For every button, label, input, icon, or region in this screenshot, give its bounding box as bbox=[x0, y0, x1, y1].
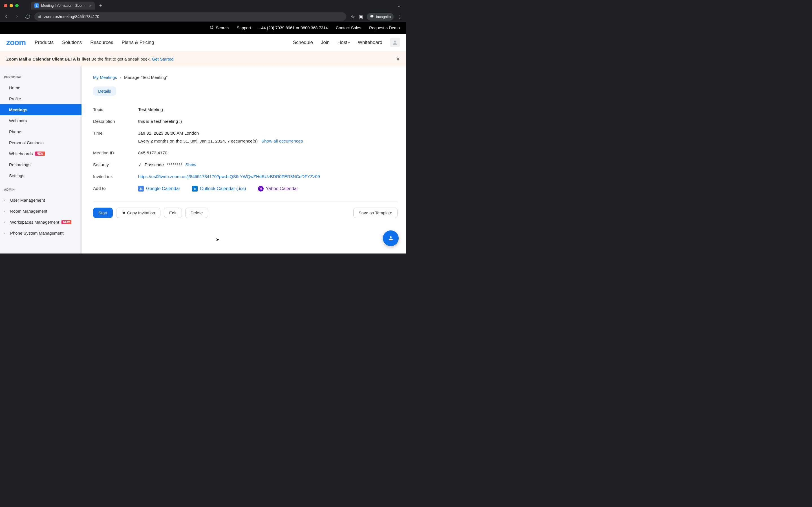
svg-point-3 bbox=[394, 40, 396, 42]
edit-button[interactable]: Edit bbox=[164, 208, 182, 218]
page-content: Search Support +44 (20) 7039 8961 or 080… bbox=[0, 22, 406, 253]
sidebar-heading-admin: ADMIN bbox=[0, 186, 82, 194]
window-maximize-btn[interactable] bbox=[15, 4, 18, 7]
browser-menu-icon[interactable]: ⋮ bbox=[398, 14, 402, 19]
passcode-masked: ******** bbox=[167, 162, 183, 167]
address-bar[interactable]: zoom.us/meeting/84551734170 bbox=[35, 12, 346, 21]
support-link[interactable]: Support bbox=[237, 25, 251, 30]
sidebar-item-personal-contacts[interactable]: Personal Contacts bbox=[0, 137, 82, 148]
window-minimize-btn[interactable] bbox=[10, 4, 13, 7]
window-close-btn[interactable] bbox=[4, 4, 7, 7]
chevron-down-icon: ▾ bbox=[348, 41, 350, 45]
passcode-label: Passcode bbox=[145, 162, 164, 167]
delete-button[interactable]: Delete bbox=[185, 208, 208, 218]
invite-link[interactable]: https://us05web.zoom.us/j/84551734170?pw… bbox=[138, 174, 320, 179]
new-badge: NEW bbox=[35, 152, 45, 156]
svg-point-1 bbox=[372, 16, 373, 17]
chevron-right-icon: › bbox=[4, 231, 8, 235]
nav-resources[interactable]: Resources bbox=[90, 40, 113, 45]
search-label: Search bbox=[216, 25, 229, 30]
save-as-template-button[interactable]: Save as Template bbox=[353, 208, 398, 218]
outlook-calendar-icon: o bbox=[192, 186, 198, 191]
value-topic: Test Meeting bbox=[138, 107, 398, 112]
yahoo-calendar-icon: Y! bbox=[258, 186, 264, 191]
nav-join[interactable]: Join bbox=[321, 40, 329, 45]
svg-point-2 bbox=[210, 26, 213, 29]
bookmark-icon[interactable]: ☆ bbox=[351, 14, 355, 19]
divider bbox=[93, 201, 398, 202]
banner-get-started-link[interactable]: Get Started bbox=[152, 57, 174, 61]
request-demo-link[interactable]: Request a Demo bbox=[369, 25, 400, 30]
value-description: this is a test meeting :) bbox=[138, 119, 398, 124]
sidebar-item-profile[interactable]: Profile bbox=[0, 93, 82, 104]
nav-host[interactable]: Host▾ bbox=[338, 40, 350, 45]
new-badge: NEW bbox=[61, 220, 71, 224]
url-text: zoom.us/meeting/84551734170 bbox=[44, 14, 99, 19]
sidebar: PERSONAL Home Profile Meetings Webinars … bbox=[0, 66, 82, 253]
nav-plans[interactable]: Plans & Pricing bbox=[121, 40, 154, 45]
nav-products[interactable]: Products bbox=[35, 40, 54, 45]
browser-tab[interactable]: Z Meeting Information - Zoom × bbox=[31, 2, 95, 10]
user-avatar[interactable] bbox=[390, 38, 400, 47]
breadcrumb: My Meetings › Manage "Test Meeting" bbox=[93, 75, 398, 80]
chevron-right-icon: › bbox=[120, 75, 121, 80]
google-calendar-icon: 31 bbox=[138, 186, 144, 191]
value-recurrence: Every 2 months on the 31, until Jan 31, … bbox=[138, 138, 258, 144]
banner-text: Be the first to get a sneak peek. bbox=[91, 57, 152, 61]
label-invite-link: Invite Link bbox=[93, 174, 138, 179]
sidebar-item-whiteboards[interactable]: Whiteboards NEW bbox=[0, 148, 82, 159]
show-occurrences-link[interactable]: Show all occurrences bbox=[261, 138, 303, 144]
panel-icon[interactable]: ▣ bbox=[359, 14, 363, 19]
tabs-dropdown-icon[interactable]: ⌄ bbox=[395, 3, 404, 8]
phone-link[interactable]: +44 (20) 7039 8961 or 0800 368 7314 bbox=[259, 25, 328, 30]
label-description: Description bbox=[93, 119, 138, 124]
sidebar-item-home[interactable]: Home bbox=[0, 82, 82, 93]
zoom-logo[interactable]: zoom bbox=[6, 38, 26, 47]
yahoo-calendar-link[interactable]: Y! Yahoo Calendar bbox=[258, 186, 298, 191]
sidebar-item-phone[interactable]: Phone bbox=[0, 126, 82, 137]
back-button[interactable] bbox=[2, 13, 10, 20]
utility-search[interactable]: Search bbox=[209, 25, 229, 31]
sidebar-item-meetings[interactable]: Meetings bbox=[0, 104, 82, 115]
sidebar-item-user-mgmt[interactable]: ›User Management bbox=[0, 194, 82, 206]
banner-close-icon[interactable]: × bbox=[396, 55, 400, 62]
new-tab-button[interactable]: + bbox=[97, 3, 105, 9]
tab-close-icon[interactable]: × bbox=[89, 3, 91, 8]
google-calendar-link[interactable]: 31 Google Calendar bbox=[138, 186, 180, 191]
label-add-to: Add to bbox=[93, 186, 138, 191]
contact-sales-link[interactable]: Contact Sales bbox=[336, 25, 361, 30]
sidebar-item-workspaces-mgmt[interactable]: ›Workspaces ManagementNEW bbox=[0, 217, 82, 228]
chat-fab[interactable] bbox=[383, 230, 399, 246]
tab-details[interactable]: Details bbox=[93, 87, 116, 96]
forward-button[interactable] bbox=[13, 13, 21, 20]
value-time: Jan 31, 2023 08:00 AM London bbox=[138, 131, 398, 136]
copy-invitation-button[interactable]: Copy Invitation bbox=[116, 208, 160, 218]
lock-icon bbox=[38, 14, 42, 19]
incognito-icon bbox=[370, 14, 374, 19]
sidebar-item-recordings[interactable]: Recordings bbox=[0, 159, 82, 170]
search-icon bbox=[209, 25, 214, 31]
outlook-calendar-link[interactable]: o Outlook Calendar (.ics) bbox=[192, 186, 246, 191]
utility-bar: Search Support +44 (20) 7039 8961 or 080… bbox=[0, 22, 406, 34]
zoom-favicon-icon: Z bbox=[35, 3, 39, 8]
nav-whiteboard[interactable]: Whiteboard bbox=[358, 40, 382, 45]
sidebar-heading-personal: PERSONAL bbox=[0, 74, 82, 82]
nav-schedule[interactable]: Schedule bbox=[293, 40, 313, 45]
svg-point-6 bbox=[390, 236, 392, 238]
sidebar-item-room-mgmt[interactable]: ›Room Management bbox=[0, 206, 82, 217]
show-passcode-link[interactable]: Show bbox=[185, 162, 196, 167]
cursor-icon: ➤ bbox=[216, 237, 219, 242]
start-button[interactable]: Start bbox=[93, 208, 113, 218]
promo-banner: Zoom Mail & Calendar Client BETA is live… bbox=[0, 51, 406, 66]
sidebar-item-webinars[interactable]: Webinars bbox=[0, 115, 82, 126]
breadcrumb-current: Manage "Test Meeting" bbox=[124, 75, 167, 80]
sidebar-item-phone-sys-mgmt[interactable]: ›Phone System Management bbox=[0, 228, 82, 238]
breadcrumb-my-meetings[interactable]: My Meetings bbox=[93, 75, 117, 80]
sidebar-item-settings[interactable]: Settings bbox=[0, 170, 82, 181]
banner-bold: Zoom Mail & Calendar Client BETA is live… bbox=[6, 57, 90, 61]
incognito-badge[interactable]: Incognito bbox=[367, 13, 394, 20]
chevron-right-icon: › bbox=[4, 220, 8, 224]
reload-button[interactable] bbox=[24, 13, 32, 20]
main-content: My Meetings › Manage "Test Meeting" Deta… bbox=[82, 66, 406, 253]
nav-solutions[interactable]: Solutions bbox=[62, 40, 82, 45]
